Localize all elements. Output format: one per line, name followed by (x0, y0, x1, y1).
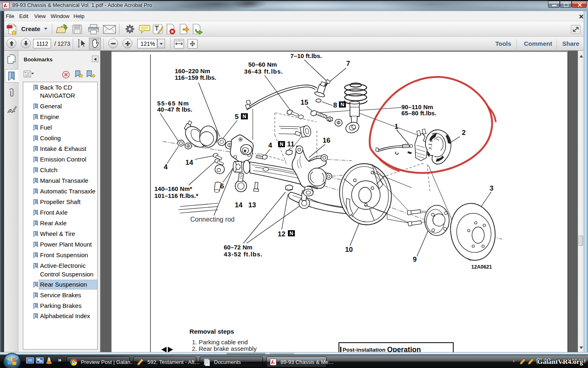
svg-text:5: 5 (235, 113, 238, 121)
svg-text:160–220 Nm: 160–220 Nm (175, 67, 210, 74)
svg-text:N: N (243, 114, 246, 119)
svg-text:43-52 ft.lbs.: 43-52 ft.lbs. (224, 251, 263, 258)
svg-text:12: 12 (278, 230, 285, 238)
svg-text:36-43 ft.lbs.: 36-43 ft.lbs. (244, 68, 283, 75)
svg-text:12A0621: 12A0621 (471, 264, 492, 270)
svg-text:Connecting rod: Connecting rod (190, 216, 235, 223)
svg-text:4: 4 (164, 163, 168, 171)
svg-text:101–116 ft.lbs.*: 101–116 ft.lbs.* (154, 192, 198, 199)
svg-text:140–160 Nm*: 140–160 Nm* (154, 185, 192, 192)
svg-text:11: 11 (287, 140, 294, 148)
svg-text:10: 10 (345, 246, 353, 254)
svg-text:50–60 Nm: 50–60 Nm (248, 61, 277, 68)
svg-text:40–47 ft lbs.: 40–47 ft lbs. (157, 106, 192, 113)
svg-text:3: 3 (490, 184, 493, 192)
svg-text:16: 16 (323, 137, 330, 144)
svg-text:13: 13 (248, 201, 256, 209)
svg-text:60–72 Nm: 60–72 Nm (224, 244, 252, 251)
svg-text:8: 8 (333, 101, 337, 109)
svg-text:14: 14 (185, 159, 193, 166)
svg-text:Post-installation: Post-installation (343, 347, 385, 352)
svg-text:1: 1 (394, 123, 398, 130)
svg-text:2. Rear brake assembly: 2. Rear brake assembly (192, 345, 257, 352)
svg-text:2: 2 (462, 129, 466, 137)
svg-text:4: 4 (268, 141, 272, 149)
svg-text:7: 7 (346, 60, 350, 67)
svg-text:N: N (341, 102, 344, 108)
svg-text:1. Parking cable end: 1. Parking cable end (192, 339, 248, 346)
svg-text:9: 9 (413, 256, 416, 263)
svg-text:116–159 ft.lbs.: 116–159 ft.lbs. (175, 74, 216, 81)
svg-text:6: 6 (220, 182, 224, 190)
svg-text:65–80 ft.lbs.: 65–80 ft.lbs. (401, 110, 437, 117)
svg-text:14: 14 (235, 201, 243, 209)
svg-text:15: 15 (301, 99, 308, 106)
svg-text:N: N (280, 141, 283, 147)
svg-text:Removal steps: Removal steps (189, 328, 234, 335)
svg-text:N: N (290, 231, 293, 236)
svg-text:Operation: Operation (387, 346, 421, 352)
svg-text:7–10 ft.lbs.: 7–10 ft.lbs. (290, 52, 322, 59)
